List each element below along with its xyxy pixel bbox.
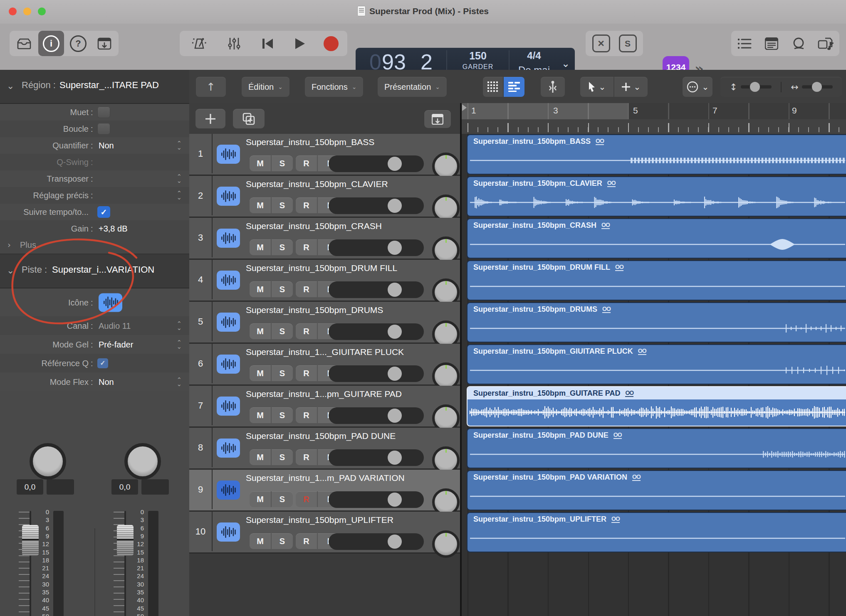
pan-value-box[interactable]: 0,0	[17, 479, 43, 495]
volume-slider-thumb[interactable]	[388, 283, 402, 297]
solo-button[interactable]: S	[272, 365, 293, 381]
track-icon[interactable]	[217, 397, 240, 416]
hide-inspector-arrow-button[interactable]: ↑	[196, 77, 226, 97]
solo-button[interactable]: S	[272, 323, 293, 339]
mute-button[interactable]: M	[250, 323, 272, 339]
inspector-row-ic-ne[interactable]: Icône:	[0, 288, 189, 316]
track-inspector-header[interactable]: ⌄ Piste : Superstar_i...VARIATION	[0, 254, 189, 288]
snap-tool-button[interactable]	[541, 77, 565, 97]
stepper-control[interactable]: ⌃⌄	[176, 378, 182, 386]
solo-button[interactable]: S	[272, 449, 293, 465]
inspector-row-mode-gel[interactable]: Mode Gel:Pré-fader⌃⌄	[0, 335, 189, 354]
timeline-regions-area[interactable]: Superstar_instru_150bpm_BASSOOSuperstar_…	[462, 134, 846, 616]
timeline-ruler[interactable]: 13579	[462, 103, 846, 134]
volume-slider[interactable]	[329, 239, 424, 256]
grid-view-button[interactable]	[483, 77, 503, 97]
track-row[interactable]: 6Superstar_instru_1..._GIUITARE PLUCKMSR…	[189, 344, 462, 386]
track-import-button[interactable]	[424, 110, 451, 128]
solo-button[interactable]: S	[272, 533, 293, 549]
mute-button[interactable]: M	[250, 491, 272, 507]
mute-button[interactable]: M	[250, 407, 272, 423]
media-browser-icon[interactable]	[813, 31, 839, 56]
vertical-zoom-slider[interactable]: ↕	[720, 82, 782, 92]
inspector-row-transposer[interactable]: Transposer:⌃⌄	[0, 170, 189, 187]
volume-slider-thumb[interactable]	[388, 451, 402, 465]
volume-slider[interactable]	[329, 155, 424, 172]
add-track-button[interactable]	[195, 109, 225, 128]
solo-button[interactable]: S	[272, 407, 293, 423]
cancel-mode-icon[interactable]: ✕	[588, 31, 614, 56]
record-enable-button[interactable]: R	[296, 281, 318, 297]
menu-fonctions[interactable]: Fonctions⌄	[305, 77, 363, 97]
stepper-control[interactable]: ⌃⌄	[176, 191, 182, 200]
volume-fader[interactable]	[22, 525, 39, 556]
quick-help-icon[interactable]: ?	[65, 31, 91, 56]
solo-button[interactable]: S	[272, 281, 293, 297]
track-row[interactable]: 3Superstar_instru_150bpm_CRASHMSRI	[189, 218, 462, 260]
audio-region[interactable]: Superstar_instru_150bpm_PAD VARIATIONOO	[467, 470, 846, 510]
checkbox-checked[interactable]: ✓	[97, 358, 108, 368]
mute-button[interactable]: M	[250, 239, 272, 255]
playhead-marker[interactable]	[462, 104, 467, 111]
menu-presentation[interactable]: Présentation⌄	[378, 77, 447, 97]
stepper-control[interactable]: ⌃⌄	[176, 340, 182, 349]
menu-edition[interactable]: Édition⌄	[242, 77, 289, 97]
pan-knob[interactable]	[30, 443, 66, 480]
inspector-row-quantifier[interactable]: Quantifier:Non⌃⌄	[0, 137, 189, 154]
track-row[interactable]: 1Superstar_instru_150bpm_BASSMSRI	[189, 134, 462, 176]
stepper-control[interactable]: ⌃⌄	[176, 322, 182, 330]
library-icon[interactable]	[11, 31, 37, 56]
volume-slider-thumb[interactable]	[388, 325, 402, 339]
pan-knob[interactable]	[432, 530, 460, 558]
pan-value-box[interactable]: 0,0	[111, 479, 138, 495]
inspector-row-muet[interactable]: Muet:	[0, 104, 189, 121]
record-enable-button[interactable]: R	[296, 197, 318, 213]
volume-slider[interactable]	[329, 449, 424, 466]
volume-slider-thumb[interactable]	[388, 199, 402, 213]
list-view-button[interactable]	[504, 77, 524, 97]
notes-icon[interactable]	[758, 31, 785, 56]
audio-region[interactable]: Superstar_instru_150bpm_DRUMSOO	[467, 302, 846, 342]
track-icon[interactable]	[217, 439, 240, 458]
audio-region[interactable]: Superstar_instru_150bpm_UPLIFTEROO	[467, 512, 846, 552]
track-row[interactable]: 7Superstar_instru_1...pm_GUITARE PADMSRI	[189, 386, 462, 428]
record-enable-button[interactable]: R	[296, 323, 318, 339]
inspector-row-mode-flex[interactable]: Mode Flex:Non⌃⌄	[0, 372, 189, 391]
record-enable-button[interactable]: R	[296, 365, 318, 381]
mute-button[interactable]: M	[250, 533, 272, 549]
inspector-row-r-f-rence-q[interactable]: Référence Q:✓	[0, 354, 189, 372]
more-options-button[interactable]: ⌄	[683, 77, 712, 97]
region-inspector-header[interactable]: ⌄ Région : Superstar_...ITARE PAD	[0, 70, 189, 104]
record-enable-button[interactable]: R	[296, 449, 318, 465]
mute-button[interactable]: M	[250, 155, 272, 171]
smart-controls-icon[interactable]	[221, 31, 247, 56]
stepper-control[interactable]: ⌃⌄	[176, 175, 182, 183]
solo-button[interactable]: S	[272, 155, 293, 171]
solo-button[interactable]: S	[272, 239, 293, 255]
track-icon[interactable]	[217, 187, 240, 206]
track-icon[interactable]	[217, 313, 240, 332]
inspector-row-r-glage-pr-cis[interactable]: Réglage précis:⌃⌄	[0, 187, 189, 204]
inspector-row-canal[interactable]: Canal:Audio 11⌃⌄	[0, 316, 189, 335]
solo-button[interactable]: S	[272, 491, 293, 507]
checkbox-unchecked[interactable]	[97, 123, 110, 135]
play-button[interactable]	[287, 31, 313, 56]
stepper-control[interactable]: ⌃⌄	[176, 141, 182, 150]
volume-slider-thumb[interactable]	[388, 157, 402, 171]
inspector-row-q-swing[interactable]: Q-Swing:	[0, 154, 189, 170]
checkbox-unchecked[interactable]	[97, 106, 110, 118]
volume-slider[interactable]	[329, 491, 424, 508]
lcd-chevron-icon[interactable]: ⌄	[562, 58, 570, 69]
volume-slider[interactable]	[329, 197, 424, 214]
mute-button[interactable]: M	[250, 281, 272, 297]
volume-slider-thumb[interactable]	[388, 367, 402, 381]
volume-fader[interactable]	[117, 525, 134, 556]
audio-region[interactable]: Superstar_instru_150bpm_GIUITARE PLUCKOO	[467, 344, 846, 384]
track-row[interactable]: 9Superstar_instru_1...m_PAD VARIATIONMSR…	[189, 470, 462, 512]
region-more-disclosure[interactable]: › Plus	[0, 237, 189, 254]
track-row[interactable]: 8Superstar_instru_150bpm_PAD DUNEMSRI	[189, 428, 462, 470]
toolbar-panel-icon[interactable]	[92, 31, 117, 56]
event-list-icon[interactable]	[731, 31, 758, 56]
record-enable-button[interactable]: R	[296, 533, 318, 549]
inspector-row-suivre-tempo-to-[interactable]: Suivre tempo/to...✓	[0, 204, 189, 220]
